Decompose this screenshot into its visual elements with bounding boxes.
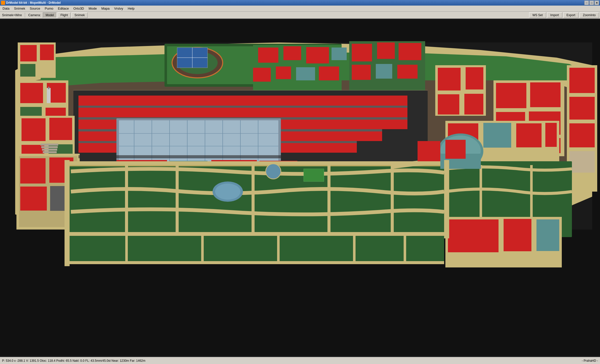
menu-bar: Data Snímek Source Pumo Editace Orto3D M… <box>0 6 600 12</box>
svg-rect-105 <box>545 123 557 147</box>
svg-rect-83 <box>20 158 46 184</box>
svg-rect-108 <box>65 261 444 264</box>
svg-rect-133 <box>444 160 449 238</box>
menu-vrstvy[interactable]: Vrstvy <box>112 6 125 11</box>
svg-rect-29 <box>438 68 461 90</box>
export-button[interactable]: Export <box>563 12 579 18</box>
mode-model-button[interactable]: Model <box>43 12 57 18</box>
maximize-button[interactable]: □ <box>589 1 594 5</box>
svg-rect-46 <box>78 108 407 117</box>
mode-snimek-button[interactable]: Snímek <box>72 12 88 18</box>
svg-rect-118 <box>418 141 440 161</box>
svg-rect-50 <box>78 106 407 108</box>
svg-rect-77 <box>22 118 46 141</box>
svg-rect-32 <box>464 94 483 115</box>
svg-rect-35 <box>530 82 561 107</box>
camera-label: Camera: <box>27 13 42 17</box>
svg-rect-125 <box>504 219 531 251</box>
svg-rect-132 <box>65 160 70 266</box>
menu-data[interactable]: Data <box>1 6 11 11</box>
svg-rect-25 <box>352 65 371 80</box>
svg-rect-31 <box>438 94 459 115</box>
app-icon <box>1 1 5 5</box>
menu-source[interactable]: Source <box>28 6 42 11</box>
svg-rect-20 <box>319 66 339 80</box>
svg-rect-120 <box>47 88 51 103</box>
svg-rect-137 <box>43 151 57 153</box>
title-bar: DrModel 64-bit : MopetMulti - DrModel ─ … <box>0 0 600 6</box>
ws-set-button[interactable]: WS Set <box>529 12 546 18</box>
svg-rect-85 <box>20 187 47 211</box>
svg-rect-43 <box>569 151 595 173</box>
svg-rect-18 <box>276 66 291 79</box>
svg-point-96 <box>215 184 240 200</box>
svg-rect-26 <box>376 64 392 79</box>
svg-rect-13 <box>258 48 278 63</box>
svg-rect-42 <box>569 123 595 147</box>
svg-rect-131 <box>78 155 332 158</box>
menu-mapa[interactable]: Mapa <box>99 6 112 11</box>
menu-pumo[interactable]: Pumo <box>43 6 55 11</box>
svg-rect-103 <box>483 123 511 148</box>
title-bar-controls[interactable]: ─ □ ✕ <box>584 1 599 5</box>
svg-rect-19 <box>296 67 315 80</box>
import-button[interactable]: Import <box>547 12 562 18</box>
title-bar-text: DrModel 64-bit : MopetMulti - DrModel <box>6 1 61 5</box>
title-bar-left: DrModel 64-bit : MopetMulti - DrModel <box>1 1 61 5</box>
svg-rect-30 <box>466 67 483 89</box>
svg-point-114 <box>266 164 281 179</box>
svg-rect-106 <box>65 232 444 262</box>
svg-rect-124 <box>448 219 499 252</box>
status-right-text: - PrahaHD - <box>582 359 598 362</box>
status-bar: P: 534.0 x -288.1 V: 1391.5 Otoc: 118.4 … <box>0 357 600 364</box>
svg-rect-22 <box>352 44 372 61</box>
svg-rect-119 <box>445 140 466 159</box>
svg-rect-17 <box>253 68 271 82</box>
svg-rect-23 <box>377 42 395 59</box>
svg-rect-40 <box>569 68 595 93</box>
status-text: P: 534.0 x -288.1 V: 1391.5 Otoc: 118.4 … <box>2 359 582 362</box>
svg-rect-16 <box>332 48 347 60</box>
close-button[interactable]: ✕ <box>594 1 599 5</box>
svg-rect-104 <box>516 123 542 147</box>
svg-rect-126 <box>536 219 559 251</box>
toolbar-sep-1 <box>25 13 25 18</box>
toolbar: Snímek+Wire Camera: Model Flight Snímek … <box>0 12 600 19</box>
menu-help[interactable]: Help <box>126 6 137 11</box>
svg-rect-41 <box>569 97 595 120</box>
svg-rect-122 <box>73 90 428 90</box>
toolbar-right: WS Set Import Export ZoomInto <box>529 12 599 18</box>
mode-flight-button[interactable]: Flight <box>58 12 71 18</box>
svg-rect-24 <box>399 43 421 60</box>
viewport[interactable] <box>0 19 600 357</box>
svg-rect-72 <box>20 83 43 103</box>
snimekwire-label: Snímek+Wire <box>1 13 23 17</box>
menu-editace[interactable]: Editace <box>56 6 71 11</box>
menu-mode[interactable]: Mode <box>87 6 99 11</box>
svg-rect-129 <box>40 44 54 60</box>
svg-rect-34 <box>496 83 526 108</box>
svg-rect-45 <box>78 96 407 106</box>
3d-scene <box>0 19 600 357</box>
svg-rect-78 <box>49 118 72 140</box>
svg-rect-107 <box>65 232 444 236</box>
svg-rect-134 <box>40 144 58 146</box>
svg-rect-135 <box>41 146 58 148</box>
svg-rect-121 <box>48 87 49 89</box>
svg-rect-27 <box>397 65 418 79</box>
svg-rect-97 <box>304 169 324 181</box>
svg-rect-130 <box>20 64 35 77</box>
svg-rect-14 <box>283 46 301 60</box>
svg-rect-136 <box>42 149 57 151</box>
svg-rect-15 <box>306 47 329 63</box>
minimize-button[interactable]: ─ <box>584 1 589 5</box>
menu-orto3d[interactable]: Orto3D <box>71 6 86 11</box>
zoom-into-button[interactable]: ZoomInto <box>580 12 599 18</box>
svg-rect-128 <box>20 45 37 61</box>
menu-snimek[interactable]: Snímek <box>12 6 27 11</box>
